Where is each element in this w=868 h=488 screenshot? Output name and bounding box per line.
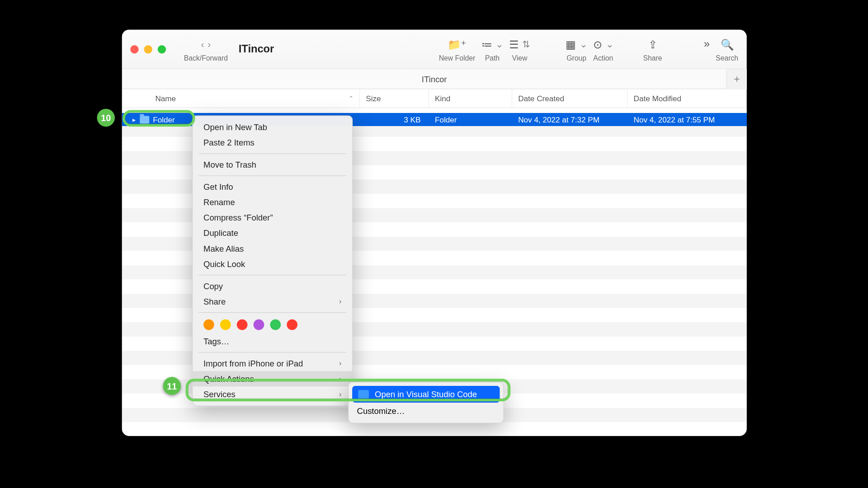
file-kind: Folder xyxy=(429,115,512,124)
new-folder-group[interactable]: 📁⁺ New Folder xyxy=(439,36,476,62)
ctx-copy[interactable]: Copy xyxy=(193,278,352,294)
action-group[interactable]: ⊙⌄ Action xyxy=(593,36,613,62)
back-forward-group: ‹ › Back/Forward xyxy=(184,36,228,62)
tag-color-dot[interactable] xyxy=(270,319,281,330)
tag-color-dot[interactable] xyxy=(203,319,214,330)
sort-asc-icon: ⌃ xyxy=(349,95,354,102)
search-icon: 🔍 xyxy=(721,38,734,51)
submenu-open-vscode[interactable]: Open in Visual Studio Code xyxy=(352,386,500,403)
share-group[interactable]: ⇪ Share xyxy=(643,36,662,62)
action-label: Action xyxy=(593,54,613,62)
ctx-get-info[interactable]: Get Info xyxy=(193,179,352,194)
file-size: 3 KB xyxy=(360,115,429,124)
separator xyxy=(199,175,346,176)
separator xyxy=(199,312,346,313)
minimize-button[interactable] xyxy=(144,45,152,53)
back-forward-label: Back/Forward xyxy=(184,54,228,62)
share-icon: ⇪ xyxy=(648,38,657,51)
view-icon: ☰ xyxy=(509,38,519,51)
tab-bar: ITincor + xyxy=(122,69,747,89)
path-group[interactable]: ≔⌄ Path xyxy=(481,36,504,62)
window-title: ITincor xyxy=(239,43,274,56)
share-label: Share xyxy=(643,54,662,62)
search-group[interactable]: 🔍 Search xyxy=(716,36,738,62)
column-headers: Name ⌃ Size Kind Date Created Date Modif… xyxy=(122,89,747,108)
file-date-created: Nov 4, 2022 at 7:32 PM xyxy=(512,115,627,124)
ctx-services[interactable]: Services› xyxy=(193,386,352,402)
ctx-import[interactable]: Import from iPhone or iPad› xyxy=(193,356,352,371)
search-label: Search xyxy=(716,54,738,62)
context-menu: Open in New Tab Paste 2 Items Move to Tr… xyxy=(192,115,353,406)
chevron-right-icon: › xyxy=(339,297,341,305)
tag-color-dot[interactable] xyxy=(254,319,264,330)
action-icon: ⊙ xyxy=(593,38,602,51)
folder-icon xyxy=(358,390,369,398)
quick-actions-submenu: Open in Visual Studio Code Customize… xyxy=(348,382,504,423)
callout-badge-11: 11 xyxy=(163,377,181,394)
chevron-double-right-icon: » xyxy=(704,38,710,51)
path-icon: ≔ xyxy=(481,38,492,51)
col-name[interactable]: Name ⌃ xyxy=(122,89,360,108)
ctx-make-alias[interactable]: Make Alias xyxy=(193,241,352,256)
col-date-modified[interactable]: Date Modified xyxy=(627,89,746,108)
separator xyxy=(199,154,346,154)
chevron-down-icon: ⌄ xyxy=(606,39,613,50)
updown-icon: ⇅ xyxy=(522,39,530,50)
new-folder-icon: 📁⁺ xyxy=(448,38,467,51)
tag-color-dot[interactable] xyxy=(287,319,297,330)
path-label: Path xyxy=(485,54,500,62)
separator xyxy=(199,275,346,275)
ctx-tag-colors xyxy=(193,316,352,333)
col-size[interactable]: Size xyxy=(360,89,429,108)
file-date-modified: Nov 4, 2022 at 7:55 PM xyxy=(627,115,746,124)
separator xyxy=(199,352,346,352)
view-group[interactable]: ☰⇅ View xyxy=(509,36,530,62)
ctx-compress[interactable]: Compress “Folder” xyxy=(193,210,352,225)
ctx-paste[interactable]: Paste 2 Items xyxy=(193,135,352,150)
submenu-customize[interactable]: Customize… xyxy=(349,403,503,419)
new-folder-label: New Folder xyxy=(439,54,476,62)
ctx-rename[interactable]: Rename xyxy=(193,194,352,210)
ctx-share[interactable]: Share› xyxy=(193,294,352,309)
forward-button[interactable]: › xyxy=(208,39,211,50)
zoom-button[interactable] xyxy=(158,45,166,53)
close-button[interactable] xyxy=(130,45,138,53)
tag-color-dot[interactable] xyxy=(237,319,248,330)
chevron-right-icon: › xyxy=(339,375,341,383)
ctx-quick-actions[interactable]: Quick Actions› xyxy=(193,371,352,386)
col-kind[interactable]: Kind xyxy=(429,89,512,108)
view-label: View xyxy=(512,54,527,62)
ctx-move-to-trash[interactable]: Move to Trash xyxy=(193,157,352,172)
group-group[interactable]: ▦⌄ Group xyxy=(566,36,587,62)
ctx-quick-look[interactable]: Quick Look xyxy=(193,256,352,272)
chevron-right-icon: › xyxy=(339,390,341,398)
window-controls xyxy=(130,45,166,53)
ctx-open-new-tab[interactable]: Open in New Tab xyxy=(193,120,352,135)
ctx-duplicate[interactable]: Duplicate xyxy=(193,225,352,241)
group-label: Group xyxy=(566,54,586,62)
disclosure-triangle-icon[interactable]: ▸ xyxy=(132,116,136,123)
back-button[interactable]: ‹ xyxy=(201,39,204,50)
tab-title[interactable]: ITincor xyxy=(422,74,447,84)
file-name: Folder xyxy=(153,115,175,124)
new-tab-button[interactable]: + xyxy=(726,69,747,89)
toolbar: ‹ › Back/Forward ITincor 📁⁺ New Folder ≔… xyxy=(122,30,747,69)
tag-color-dot[interactable] xyxy=(220,319,231,330)
callout-badge-10: 10 xyxy=(97,109,115,127)
chevron-down-icon: ⌄ xyxy=(495,39,503,50)
col-date-created[interactable]: Date Created xyxy=(512,89,627,108)
folder-icon xyxy=(140,116,149,123)
overflow-group[interactable]: » xyxy=(704,36,710,62)
chevron-down-icon: ⌄ xyxy=(580,39,587,50)
chevron-right-icon: › xyxy=(339,359,341,367)
ctx-tags[interactable]: Tags… xyxy=(193,333,352,349)
group-icon: ▦ xyxy=(566,38,576,51)
